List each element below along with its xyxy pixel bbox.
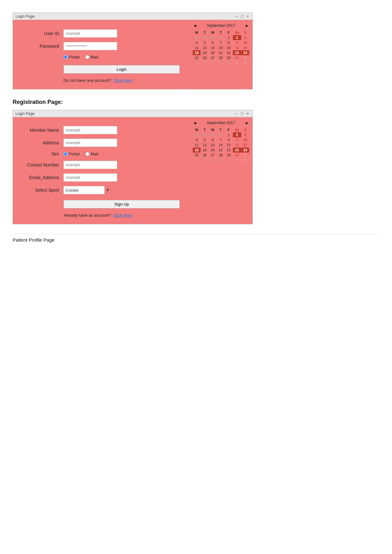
cal-cell[interactable]: 29 (225, 55, 232, 60)
reg-cal-cell[interactable]: 31 (217, 132, 225, 137)
cal-cell[interactable]: 24 (241, 50, 249, 55)
maximize-button[interactable]: □ (240, 14, 244, 19)
cal-cell[interactable]: 6 (209, 40, 217, 45)
login-click-here-link[interactable]: Click Here (113, 78, 132, 83)
reg-cal-cell[interactable]: 17 (241, 142, 249, 148)
reg-cal-cell[interactable]: 6 (209, 137, 217, 142)
cal-cell[interactable]: 4 (209, 60, 217, 65)
cal-cell[interactable]: 5 (201, 40, 208, 45)
cal-cell[interactable]: 19 (201, 50, 208, 55)
reg-cal-cell[interactable]: 18 (193, 148, 201, 153)
cal-cell[interactable]: 4 (193, 40, 201, 45)
reg-cal-cell[interactable]: 11 (193, 142, 201, 148)
signup-button[interactable]: Sign Up (63, 200, 180, 208)
cal-cell[interactable]: 28 (193, 35, 201, 40)
cal-cell[interactable]: 5 (217, 60, 225, 65)
cal-cell[interactable]: 16 (233, 45, 241, 50)
cal-cell[interactable]: 9 (233, 40, 241, 45)
reg-cal-cell[interactable]: 9 (233, 137, 241, 142)
reg-cal-cell[interactable]: 22 (225, 148, 232, 153)
cal-prev-button[interactable]: ◄ (193, 23, 197, 28)
mail-radio[interactable] (85, 55, 89, 59)
reg-cal-prev-button[interactable]: ◄ (193, 120, 197, 125)
email-input[interactable] (63, 173, 117, 182)
cal-cell[interactable]: 23 (233, 50, 241, 55)
cal-cell[interactable]: 29 (201, 35, 208, 40)
reg-cal-cell[interactable]: 5 (217, 158, 225, 163)
reg-cal-cell[interactable]: 13 (209, 142, 217, 148)
cal-cell[interactable]: 30 (209, 35, 217, 40)
cal-cell[interactable]: 27 (209, 55, 217, 60)
reg-cal-cell[interactable]: 20 (209, 148, 217, 153)
contact-input[interactable] (63, 161, 117, 169)
cal-next-button[interactable]: ► (245, 23, 249, 28)
reg-cal-cell[interactable]: 26 (201, 153, 208, 158)
reg-cal-cell[interactable]: 3 (201, 158, 208, 163)
cal-cell[interactable]: 2 (193, 60, 201, 65)
address-input[interactable] (63, 139, 117, 147)
reg-cal-cell[interactable]: 15 (225, 142, 232, 148)
sex-portal-radio-label[interactable]: Portal (63, 152, 80, 156)
cal-cell[interactable]: 20 (209, 50, 217, 55)
reg-cal-cell[interactable]: 7 (217, 137, 225, 142)
reg-cal-cell[interactable]: 2 (233, 132, 241, 137)
reg-cal-cell[interactable]: 2 (193, 158, 201, 163)
cal-cell[interactable]: 14 (217, 45, 225, 50)
reg-cal-cell[interactable]: 30 (209, 132, 217, 137)
password-input[interactable] (63, 42, 117, 50)
reg-cal-cell[interactable]: 24 (241, 148, 249, 153)
reg-cal-cell[interactable]: 23 (233, 148, 241, 153)
reg-cal-cell[interactable]: 28 (217, 153, 225, 158)
reg-cal-cell[interactable]: 5 (201, 137, 208, 142)
cal-cell[interactable]: 22 (225, 50, 232, 55)
portal-radio-label[interactable]: Portal (63, 55, 80, 59)
login-button[interactable]: Login (63, 65, 180, 74)
cal-cell[interactable]: 3 (201, 60, 208, 65)
reg-minimize-button[interactable]: – (234, 111, 238, 116)
sex-mail-radio[interactable] (85, 152, 89, 156)
reg-cal-cell[interactable]: 28 (193, 132, 201, 137)
reg-cal-cell[interactable]: 30 (233, 153, 241, 158)
reg-click-here-link[interactable]: Click Here (113, 213, 132, 218)
reg-cal-cell[interactable]: 21 (217, 148, 225, 153)
reg-cal-cell[interactable]: 27 (209, 153, 217, 158)
cal-cell[interactable]: 10 (241, 40, 249, 45)
reg-cal-cell[interactable]: 7 (233, 158, 241, 163)
cal-cell[interactable]: 1 (225, 35, 232, 40)
reg-cal-cell[interactable]: 19 (201, 148, 208, 153)
reg-cal-cell[interactable]: 4 (209, 158, 217, 163)
reg-cal-cell[interactable]: 10 (241, 137, 249, 142)
cal-cell[interactable]: 3 (241, 35, 249, 40)
sport-select[interactable]: Cricket Football Tennis (63, 186, 105, 194)
cal-cell[interactable]: 25 (193, 55, 201, 60)
cal-cell[interactable]: 11 (193, 45, 201, 50)
reg-cal-cell[interactable]: 1 (225, 132, 232, 137)
cal-cell[interactable]: 17 (241, 45, 249, 50)
reg-cal-next-button[interactable]: ► (245, 120, 249, 125)
sex-portal-radio[interactable] (63, 152, 68, 156)
cal-cell[interactable]: 12 (201, 45, 208, 50)
mail-radio-label[interactable]: Mail (85, 55, 98, 59)
reg-cal-cell[interactable]: 16 (233, 142, 241, 148)
reg-close-button[interactable]: × (245, 111, 250, 116)
reg-cal-cell[interactable]: 6 (225, 158, 232, 163)
member-name-input[interactable] (63, 126, 117, 134)
cal-cell[interactable]: 7 (217, 40, 225, 45)
reg-cal-cell[interactable]: 8 (225, 137, 232, 142)
cal-cell[interactable]: 26 (201, 55, 208, 60)
cal-cell[interactable]: 8 (225, 40, 232, 45)
cal-cell[interactable]: 13 (209, 45, 217, 50)
cal-cell[interactable]: 7 (233, 60, 241, 65)
cal-cell[interactable]: 28 (217, 55, 225, 60)
reg-cal-cell[interactable]: 8 (241, 158, 249, 163)
cal-cell[interactable]: 15 (225, 45, 232, 50)
userid-input[interactable] (63, 29, 117, 38)
reg-cal-cell[interactable]: 14 (217, 142, 225, 148)
cal-cell[interactable]: 6 (225, 60, 232, 65)
portal-radio[interactable] (63, 55, 68, 59)
reg-cal-cell[interactable]: 12 (201, 142, 208, 148)
sex-mail-radio-label[interactable]: Mail (85, 152, 98, 156)
reg-cal-cell[interactable]: 3 (241, 132, 249, 137)
cal-cell[interactable]: 31 (217, 35, 225, 40)
cal-cell[interactable]: 1 (241, 55, 249, 60)
